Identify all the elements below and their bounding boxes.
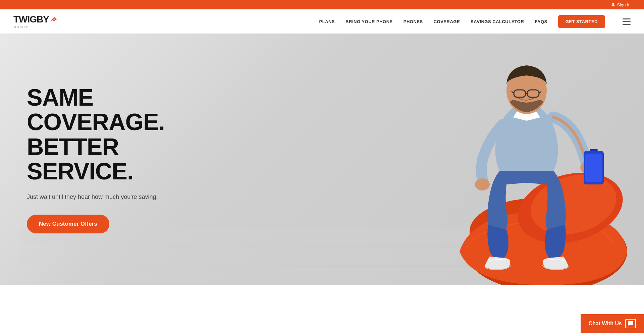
top-bar: Sign In	[0, 0, 644, 9]
hamburger-line-1	[623, 18, 631, 19]
svg-rect-13	[590, 149, 598, 151]
hamburger-line-3	[623, 24, 631, 25]
hamburger-menu[interactable]	[623, 18, 631, 25]
header: TWIGBY MOBILE PLANS BRING YOUR PHONE PHO…	[0, 9, 644, 34]
hero-headline: SAME COVERAGE. BETTER SERVICE.	[27, 86, 174, 184]
signin-label: Sign In	[617, 2, 631, 7]
nav-coverage[interactable]: COVERAGE	[434, 19, 460, 24]
hero-content: SAME COVERAGE. BETTER SERVICE. Just wait…	[0, 59, 201, 260]
hero-illustration-svg	[406, 44, 634, 285]
hero-subtext: Just wait until they hear how much you'r…	[27, 193, 174, 201]
new-customer-offers-button[interactable]: New Customer Offers	[27, 215, 109, 233]
hero-headline-line2: BETTER SERVICE.	[27, 134, 133, 185]
nav-savings-calculator[interactable]: SAVINGS CALCULATOR	[471, 19, 524, 24]
svg-rect-12	[585, 154, 602, 182]
logo-text: TWIGBY	[13, 14, 49, 25]
hamburger-line-2	[623, 21, 631, 22]
hero-headline-line1: SAME COVERAGE.	[27, 85, 165, 135]
nav-bring-your-phone[interactable]: BRING YOUR PHONE	[345, 19, 393, 24]
logo-signal-icon	[50, 15, 60, 23]
hero-illustration	[406, 44, 634, 285]
person-icon	[611, 2, 615, 7]
get-started-button[interactable]: GET STARTED	[558, 15, 605, 28]
nav-faqs[interactable]: FAQS	[535, 19, 547, 24]
logo[interactable]: TWIGBY MOBILE	[13, 14, 60, 29]
logo-subtitle: MOBILE	[13, 25, 29, 29]
main-nav: PLANS BRING YOUR PHONE PHONES COVERAGE S…	[319, 15, 631, 28]
hero-section: SAME COVERAGE. BETTER SERVICE. Just wait…	[0, 34, 644, 285]
svg-point-14	[475, 178, 490, 190]
nav-plans[interactable]: PLANS	[319, 19, 335, 24]
nav-phones[interactable]: PHONES	[404, 19, 423, 24]
signin-button[interactable]: Sign In	[611, 2, 631, 7]
